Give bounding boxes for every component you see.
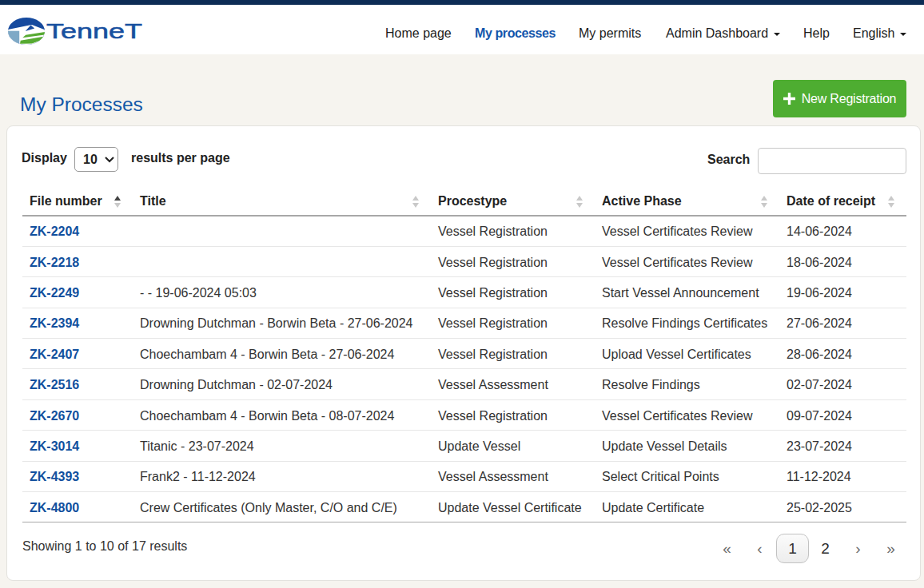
svg-text:TenneT: TenneT [46,19,142,43]
